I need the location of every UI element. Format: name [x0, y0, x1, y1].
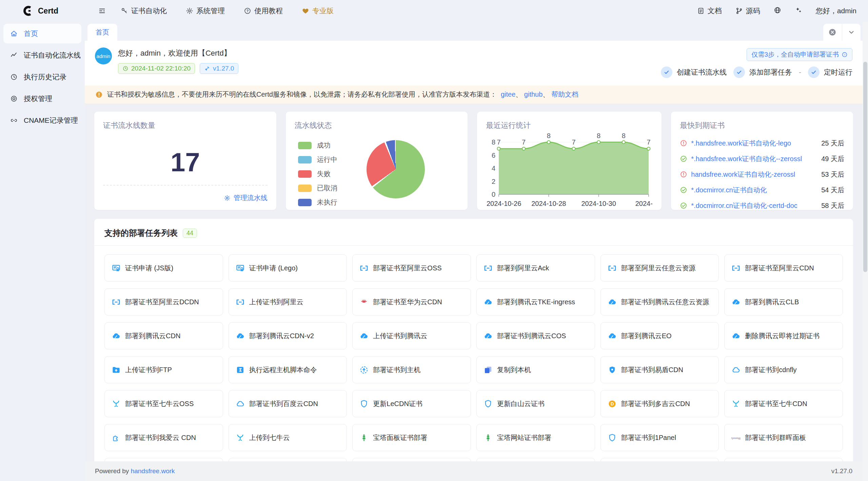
check-circle-icon: [661, 66, 672, 78]
globe-button[interactable]: [774, 6, 781, 16]
steps-hint-badge[interactable]: 仅需3步，全自动申请部署证书 ?: [747, 48, 852, 61]
avatar[interactable]: admin: [95, 47, 112, 64]
menu-item-1[interactable]: 系统管理: [186, 6, 225, 16]
deploy-task-34[interactable]: 部署证书到1Panel: [600, 424, 719, 451]
deploy-task-14[interactable]: 上传证书到腾讯云: [352, 322, 471, 349]
top-menu: 证书自动化系统管理?使用教程专业版: [121, 6, 334, 16]
legend-item-3[interactable]: 已取消: [298, 184, 337, 193]
deploy-task-9[interactable]: 部署到腾讯云TKE-ingress: [476, 288, 595, 315]
notice-link-1[interactable]: github: [524, 91, 543, 98]
deploy-task-30[interactable]: 部署证书到我爱云 CDN: [104, 424, 223, 451]
check-circle-icon: [733, 66, 745, 78]
deploy-task-33[interactable]: 宝塔网站证书部署: [476, 424, 595, 451]
deploy-task-27[interactable]: 更新白山云证书: [476, 390, 595, 417]
menu-label: 专业版: [312, 6, 334, 16]
legend-swatch: [298, 156, 312, 163]
shield-icon: [484, 399, 493, 408]
deploy-task-label: 部署证书至七牛云OSS: [125, 399, 194, 408]
deploy-task-23[interactable]: 部署证书到cdnfly: [724, 356, 843, 383]
deploy-task-20[interactable]: 部署证书到主机: [352, 356, 471, 383]
top-navbar: Certd 证书自动化系统管理?使用教程专业版 文档源码您好，admin: [0, 0, 868, 22]
folder-icon: [112, 365, 121, 374]
legend-item-2[interactable]: 失败: [298, 169, 337, 178]
chevron-down-icon[interactable]: [842, 24, 861, 41]
sidebar-item-3[interactable]: 授权管理: [3, 89, 81, 109]
user-menu[interactable]: 您好，admin: [816, 6, 856, 16]
deploy-task-25[interactable]: 部署证书到百度云CDN: [229, 390, 347, 417]
deploy-task-16[interactable]: 部署到腾讯云EO: [600, 322, 719, 349]
version-badge: v1.27.0: [200, 63, 238, 74]
sidebar-item-4[interactable]: CNAME记录管理: [3, 111, 81, 130]
deploy-task-5[interactable]: 部署证书至阿里云CDN: [724, 254, 843, 282]
deploy-task-35[interactable]: Synology部署证书到群晖面板: [724, 424, 843, 451]
check-circle-icon: [808, 66, 820, 78]
aliyun-icon: [236, 297, 245, 307]
brand[interactable]: Certd: [0, 5, 85, 17]
deploy-task-31[interactable]: 上传到七牛云: [229, 424, 347, 451]
sparkles-button[interactable]: [795, 6, 802, 16]
expiry-cert-link[interactable]: *.docmirror.cn证书自动化: [691, 186, 817, 195]
deploy-task-26[interactable]: 更新LeCDN证书: [352, 390, 471, 417]
deploy-task-21[interactable]: 复制到本机: [476, 356, 595, 383]
menu-item-3[interactable]: 专业版: [302, 6, 334, 16]
svg-text:8: 8: [492, 138, 495, 146]
deploy-task-label: 部署证书到cdnfly: [745, 365, 796, 374]
deploy-task-label: 部署到阿里云Ack: [497, 264, 549, 273]
deploy-task-13[interactable]: 部署到腾讯云CDN-v2: [229, 322, 347, 349]
deploy-task-4[interactable]: 部署至阿里云任意云资源: [600, 254, 719, 282]
scrollbar-thumb[interactable]: [863, 62, 867, 272]
manage-pipelines-link[interactable]: 管理流水线: [224, 193, 268, 203]
svg-text:Synology: Synology: [731, 437, 741, 439]
close-tab-icon[interactable]: [823, 24, 842, 41]
sidebar-item-2[interactable]: 执行历史记录: [3, 67, 81, 87]
deploy-task-11[interactable]: 部署到腾讯云CLB: [724, 288, 843, 315]
sidebar-item-1[interactable]: 证书自动化流水线: [3, 45, 81, 65]
handsfree-link[interactable]: handsfree.work: [131, 467, 175, 475]
expiry-cert-link[interactable]: *.docmirror.cn证书自动化-certd-doc: [691, 201, 817, 210]
expiry-cert-link[interactable]: *.handsfree.work证书自动化-lego: [691, 139, 817, 148]
collapse-menu-icon[interactable]: [98, 7, 106, 15]
notice-link-0[interactable]: gitee: [501, 91, 515, 98]
deploy-task-17[interactable]: 删除腾讯云即将过期证书: [724, 322, 843, 349]
target-icon: [10, 95, 18, 102]
deploy-task-29[interactable]: 部署证书至七牛CDN: [724, 390, 843, 417]
expiry-cert-link[interactable]: handsfree.work证书自动化-zerossl: [691, 170, 817, 179]
sidebar-item-0[interactable]: 首页: [3, 24, 81, 43]
deploy-task-22[interactable]: 部署证书到易盾CDN: [600, 356, 719, 383]
deploy-task-15[interactable]: 部署证书到腾讯云COS: [476, 322, 595, 349]
deploy-task-0[interactable]: 证书申请 (JS版): [104, 254, 223, 282]
legend-label: 未执行: [317, 198, 337, 207]
navbar-link-branch[interactable]: 源码: [735, 6, 760, 16]
legend-item-4[interactable]: 未执行: [298, 198, 337, 207]
deploy-task-1[interactable]: 证书申请 (Lego): [229, 254, 347, 282]
menu-item-0[interactable]: 证书自动化: [121, 6, 167, 16]
expiry-cert-link[interactable]: *.handsfree.work证书自动化--zerossl: [691, 154, 817, 163]
deploy-task-6[interactable]: 部署证书至阿里云DCDN: [104, 288, 223, 315]
tab-home[interactable]: 首页: [87, 24, 117, 41]
deploy-task-8[interactable]: 部署证书至华为云CDN: [352, 288, 471, 315]
deploy-task-19[interactable]: 执行远程主机脚本命令: [229, 356, 347, 383]
svg-text:?: ?: [246, 9, 249, 13]
legend-item-0[interactable]: 成功: [298, 141, 337, 150]
deploy-task-10[interactable]: 部署证书到腾讯云任意云资源: [600, 288, 719, 315]
deploy-task-32[interactable]: 宝塔面板证书部署: [352, 424, 471, 451]
deploy-task-7[interactable]: 上传证书到阿里云: [229, 288, 347, 315]
deploy-task-18[interactable]: 上传证书到FTP: [104, 356, 223, 383]
menu-item-2[interactable]: ?使用教程: [244, 6, 283, 16]
deploy-task-label: 部署到腾讯云CLB: [745, 297, 799, 307]
shield-icon: [359, 399, 369, 408]
deploy-task-12[interactable]: 部署到腾讯云CDN: [104, 322, 223, 349]
navbar-link-doc[interactable]: 文档: [697, 6, 722, 16]
greeting-text: 您好，admin，欢迎使用【Certd】: [118, 47, 238, 58]
deploy-task-24[interactable]: 部署证书至七牛云OSS: [104, 390, 223, 417]
scrollbar-track[interactable]: [863, 22, 868, 481]
tencent-icon: [359, 331, 369, 341]
deploy-task-label: 上传证书到FTP: [125, 365, 172, 374]
deploy-task-3[interactable]: 部署到阿里云Ack: [476, 254, 595, 282]
deploy-task-2[interactable]: 部署证书至阿里云OSS: [352, 254, 471, 282]
menu-label: 使用教程: [254, 6, 283, 16]
notice-link-2[interactable]: 帮助文档: [551, 91, 578, 98]
deploy-task-28[interactable]: D部署证书到多吉云CDN: [600, 390, 719, 417]
legend-item-1[interactable]: 运行中: [298, 155, 337, 164]
deploy-task-label: 更新LeCDN证书: [373, 399, 422, 408]
